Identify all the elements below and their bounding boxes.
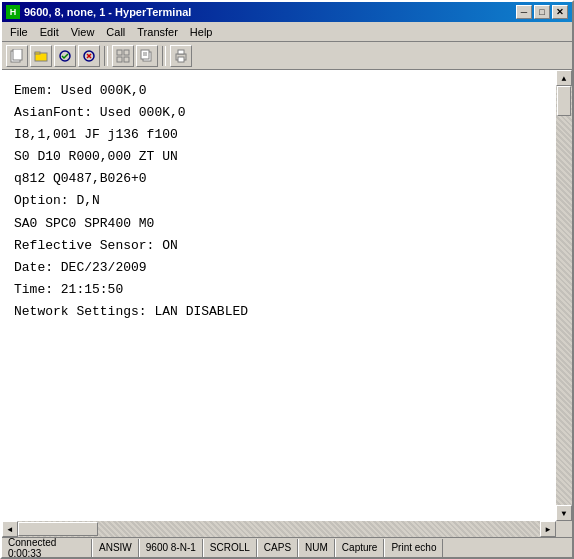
toolbar-open-btn[interactable] xyxy=(30,45,52,67)
toolbar-sep-2 xyxy=(162,46,166,66)
window-title: 9600, 8, none, 1 - HyperTerminal xyxy=(24,6,191,18)
menu-view[interactable]: View xyxy=(65,24,101,40)
maximize-button[interactable]: □ xyxy=(534,5,550,19)
terminal-line: Emem: Used 000K,0 xyxy=(14,80,544,102)
toolbar-new-btn[interactable] xyxy=(6,45,28,67)
svg-rect-18 xyxy=(178,57,184,62)
svg-rect-9 xyxy=(124,50,129,55)
title-bar: H 9600, 8, none, 1 - HyperTerminal ─ □ ✕ xyxy=(2,2,572,22)
terminal-line: S0 D10 R000,000 ZT UN xyxy=(14,146,544,168)
toolbar-print-btn[interactable] xyxy=(170,45,192,67)
menu-call[interactable]: Call xyxy=(100,24,131,40)
menu-edit[interactable]: Edit xyxy=(34,24,65,40)
menu-help[interactable]: Help xyxy=(184,24,219,40)
svg-rect-17 xyxy=(178,50,184,54)
toolbar-props-btn[interactable] xyxy=(112,45,134,67)
terminal-line: Network Settings: LAN DISABLED xyxy=(14,301,544,323)
status-caps: CAPS xyxy=(257,539,298,557)
scroll-down-btn[interactable]: ▼ xyxy=(556,505,572,521)
svg-rect-3 xyxy=(35,52,40,54)
terminal-line: q812 Q0487,B026+0 xyxy=(14,168,544,190)
scrollbar-corner xyxy=(556,521,572,537)
minimize-button[interactable]: ─ xyxy=(516,5,532,19)
status-print-echo: Print echo xyxy=(384,539,443,557)
menu-bar: File Edit View Call Transfer Help xyxy=(2,22,572,42)
status-num: NUM xyxy=(298,539,335,557)
close-button[interactable]: ✕ xyxy=(552,5,568,19)
status-encoding: ANSIW xyxy=(92,539,139,557)
toolbar-disconnect-btn[interactable] xyxy=(78,45,100,67)
scroll-thumb-h[interactable] xyxy=(18,522,98,536)
svg-rect-8 xyxy=(117,50,122,55)
svg-rect-1 xyxy=(13,49,22,60)
terminal-line: Date: DEC/23/2009 xyxy=(14,257,544,279)
terminal-line: Reflective Sensor: ON xyxy=(14,235,544,257)
terminal-output[interactable]: Emem: Used 000K,0AsianFont: Used 000K,0I… xyxy=(2,70,556,521)
toolbar-sep-1 xyxy=(104,46,108,66)
status-capture: Capture xyxy=(335,539,385,557)
menu-transfer[interactable]: Transfer xyxy=(131,24,184,40)
scroll-right-btn[interactable]: ► xyxy=(540,521,556,537)
window-controls: ─ □ ✕ xyxy=(516,5,568,19)
scroll-thumb-v[interactable] xyxy=(557,86,571,116)
status-connected: Connected 0:00:33 xyxy=(2,539,92,557)
svg-rect-11 xyxy=(124,57,129,62)
horizontal-scrollbar-area: ◄ ► xyxy=(2,521,572,537)
scroll-left-btn[interactable]: ◄ xyxy=(2,521,18,537)
toolbar xyxy=(2,42,572,70)
scroll-up-btn[interactable]: ▲ xyxy=(556,70,572,86)
svg-rect-10 xyxy=(117,57,122,62)
status-baud: 9600 8-N-1 xyxy=(139,539,203,557)
status-bar: Connected 0:00:33 ANSIW 9600 8-N-1 SCROL… xyxy=(2,537,572,557)
main-window: H 9600, 8, none, 1 - HyperTerminal ─ □ ✕… xyxy=(0,0,574,559)
toolbar-connect-btn[interactable] xyxy=(54,45,76,67)
app-icon: H xyxy=(6,5,20,19)
terminal-line: Option: D,N xyxy=(14,190,544,212)
vertical-scrollbar[interactable]: ▲ ▼ xyxy=(556,70,572,521)
toolbar-copy-btn[interactable] xyxy=(136,45,158,67)
terminal-line: SA0 SPC0 SPR400 M0 xyxy=(14,213,544,235)
scroll-track-h[interactable] xyxy=(18,521,540,537)
menu-file[interactable]: File xyxy=(4,24,34,40)
terminal-line: Time: 21:15:50 xyxy=(14,279,544,301)
scroll-track-v[interactable] xyxy=(556,86,572,505)
terminal-line: AsianFont: Used 000K,0 xyxy=(14,102,544,124)
title-bar-text: H 9600, 8, none, 1 - HyperTerminal xyxy=(6,5,191,19)
terminal-area: Emem: Used 000K,0AsianFont: Used 000K,0I… xyxy=(2,70,572,521)
terminal-line: I8,1,001 JF j136 f100 xyxy=(14,124,544,146)
status-scroll: SCROLL xyxy=(203,539,257,557)
